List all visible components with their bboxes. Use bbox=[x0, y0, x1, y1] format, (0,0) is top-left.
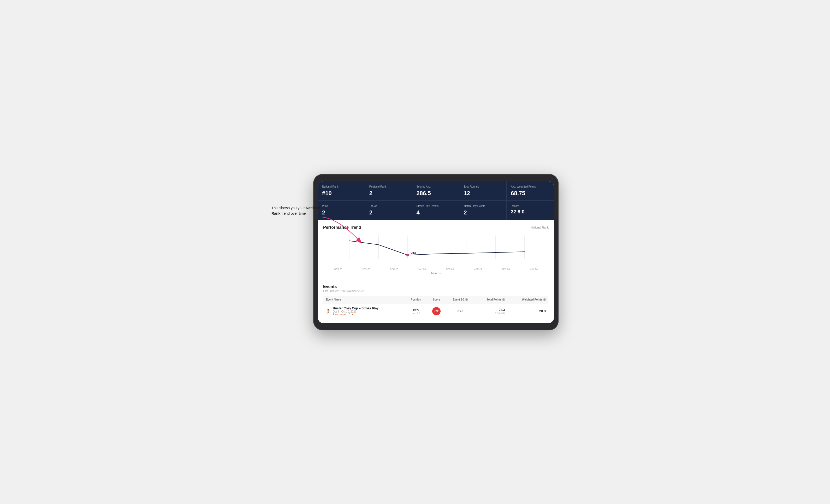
score-badge: -22 bbox=[432, 307, 441, 315]
stat-national-rank-label: National Rank bbox=[322, 185, 361, 188]
col-total-points: Total Points ⓘ bbox=[475, 296, 507, 304]
event-score-cell: -22 bbox=[427, 304, 446, 318]
stat-national-rank: National Rank #10 bbox=[318, 181, 365, 201]
stat-record: Record 32-8-0 bbox=[507, 201, 554, 220]
stat-match-play-value: 2 bbox=[464, 209, 502, 216]
stat-avg-weighted-value: 68.75 bbox=[511, 190, 550, 197]
event-sg-cell: 0.45 bbox=[446, 304, 475, 318]
annotation-text-part1: This shows you your bbox=[272, 206, 306, 210]
month-jan24: JAN 24 bbox=[408, 268, 436, 271]
month-apr24: APR 24 bbox=[492, 268, 520, 271]
stat-scoring-avg: Scoring Avg. 286.5 bbox=[412, 181, 459, 201]
tablet-frame: National Rank #10 Regional Rank 2 Scorin… bbox=[313, 174, 558, 330]
stat-top3s-value: 2 bbox=[369, 209, 408, 216]
annotation-text-part2: trend over time bbox=[280, 211, 306, 215]
event-position: 6th bbox=[408, 308, 424, 312]
col-event-sg: Event SG ⓘ bbox=[446, 296, 475, 304]
col-weighted-points: Weighted Points ⓘ bbox=[507, 296, 548, 304]
event-name-wrapper: 🏌 Buster Cozy Cup – Stroke Play Oct 9 - … bbox=[326, 306, 403, 316]
stat-stroke-play-label: Stroke Play Events bbox=[417, 204, 455, 208]
table-row: 🏌 Buster Cozy Cup – Stroke Play Oct 9 - … bbox=[323, 304, 549, 318]
golf-icon: 🏌 bbox=[326, 309, 331, 313]
events-table-header-row: Event Name Position Score Event SG ⓘ Tot… bbox=[323, 296, 549, 304]
weighted-points-value: 28.3 bbox=[539, 309, 546, 313]
event-details: Buster Cozy Cup – Stroke Play Oct 9 - Oc… bbox=[333, 306, 379, 316]
stat-stroke-play-value: 4 bbox=[417, 209, 455, 216]
events-last-updated: Last updated: 24th November 2023 bbox=[323, 290, 549, 293]
month-oct23: OCT 23 bbox=[324, 268, 352, 271]
annotation-box: This shows you your National Rank trend … bbox=[272, 205, 324, 216]
stat-record-value: 32-8-0 bbox=[511, 209, 550, 215]
events-section: Events Last updated: 24th November 2023 … bbox=[318, 280, 554, 323]
perf-title: Performance Trend bbox=[323, 225, 361, 230]
total-points-sub: 3 Rounds bbox=[477, 312, 505, 314]
stat-match-play-label: Match Play Events bbox=[464, 204, 502, 208]
stat-scoring-avg-label: Scoring Avg. bbox=[417, 185, 455, 188]
stat-match-play-events: Match Play Events 2 bbox=[459, 201, 507, 220]
stat-total-rounds-value: 12 bbox=[464, 190, 502, 197]
month-mar24: MAR 24 bbox=[464, 268, 492, 271]
events-table: Event Name Position Score Event SG ⓘ Tot… bbox=[323, 296, 549, 319]
stats-row2: Wins 2 Top 3s 2 Stroke Play Events 4 Mat… bbox=[318, 201, 554, 220]
event-date: Oct 9 - Oct 10, 2023 bbox=[333, 310, 379, 313]
stat-regional-rank: Regional Rank 2 bbox=[365, 181, 412, 201]
event-sg-value: 0.45 bbox=[457, 310, 463, 313]
event-position-cell: 6th out of 7 bbox=[405, 304, 427, 318]
stat-wins: Wins 2 bbox=[318, 201, 365, 220]
perf-subtitle: National Rank bbox=[531, 226, 549, 229]
outer-wrapper: This shows you your National Rank trend … bbox=[272, 174, 558, 330]
svg-point-8 bbox=[406, 254, 409, 257]
stat-record-label: Record bbox=[511, 204, 550, 208]
event-name-cell: 🏌 Buster Cozy Cup – Stroke Play Oct 9 - … bbox=[323, 304, 405, 318]
col-score: Score bbox=[427, 296, 446, 304]
chart-x-title: Months bbox=[323, 272, 549, 275]
month-nov23: NOV 23 bbox=[352, 268, 380, 271]
col-position: Position bbox=[405, 296, 427, 304]
stat-avg-weighted-label: Avg. Weighted Points bbox=[511, 185, 550, 188]
chart-container: #10 bbox=[323, 233, 549, 267]
performance-chart: #10 bbox=[323, 233, 549, 267]
total-points-value: 28.3 bbox=[477, 308, 505, 312]
stat-avg-weighted-points: Avg. Weighted Points 68.75 bbox=[507, 181, 554, 201]
col-event-name: Event Name bbox=[323, 296, 405, 304]
stat-regional-rank-value: 2 bbox=[369, 190, 408, 197]
stat-total-rounds: Total Rounds 12 bbox=[459, 181, 507, 201]
stat-wins-value: 2 bbox=[322, 209, 361, 216]
stat-scoring-avg-value: 286.5 bbox=[417, 190, 455, 197]
chart-axis-labels: OCT 23 NOV 23 DEC 23 JAN 24 FEB 24 MAR 2… bbox=[323, 268, 549, 271]
weighted-points-cell: 28.3 bbox=[507, 304, 548, 318]
stat-wins-label: Wins bbox=[322, 204, 361, 208]
tablet-screen: National Rank #10 Regional Rank 2 Scorin… bbox=[318, 181, 554, 323]
stat-top3s-label: Top 3s bbox=[369, 204, 408, 208]
stats-row1: National Rank #10 Regional Rank 2 Scorin… bbox=[318, 181, 554, 201]
svg-text:#10: #10 bbox=[411, 252, 416, 255]
stat-stroke-play-events: Stroke Play Events 4 bbox=[412, 201, 459, 220]
month-dec23: DEC 23 bbox=[380, 268, 408, 271]
stat-top3s: Top 3s 2 bbox=[365, 201, 412, 220]
stat-regional-rank-label: Regional Rank bbox=[369, 185, 408, 188]
stat-national-rank-value: #10 bbox=[322, 190, 361, 197]
month-feb24: FEB 24 bbox=[436, 268, 464, 271]
event-name: Buster Cozy Cup – Stroke Play bbox=[333, 306, 379, 310]
event-rank-impact: Rank Impact: 3 ▼ bbox=[333, 313, 379, 316]
performance-trend-section: Performance Trend National Rank bbox=[318, 220, 554, 280]
stat-total-rounds-label: Total Rounds bbox=[464, 185, 502, 188]
perf-header: Performance Trend National Rank bbox=[323, 225, 549, 230]
total-points-cell: 28.3 3 Rounds bbox=[475, 304, 507, 318]
month-may24: MAY 24 bbox=[520, 268, 548, 271]
events-title: Events bbox=[323, 284, 549, 289]
event-position-sub: out of 7 bbox=[408, 312, 424, 314]
